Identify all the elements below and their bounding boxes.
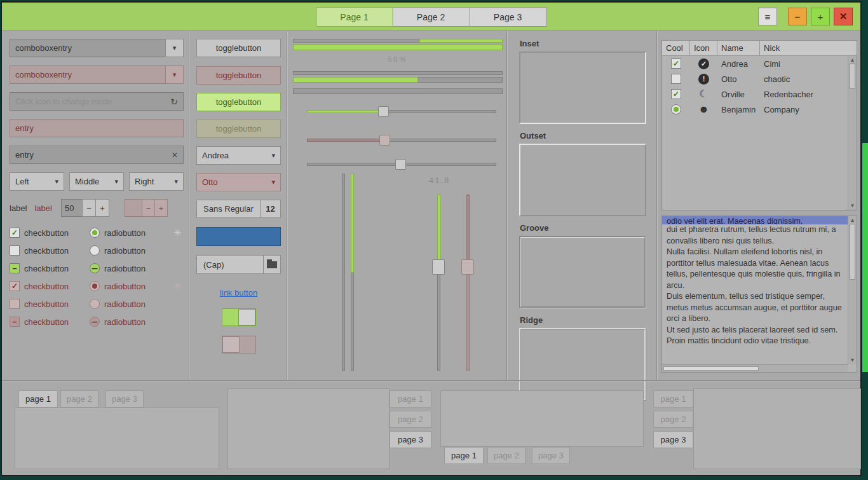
menu-icon[interactable]: ≡ xyxy=(758,8,777,25)
switch-handle[interactable] xyxy=(238,309,255,326)
vscale-trough-handle[interactable] xyxy=(437,195,440,371)
checkbox-checked[interactable]: ✓ xyxy=(671,58,681,69)
combo-label: Middle xyxy=(75,177,114,186)
radio-indeterminate-disabled: – xyxy=(90,317,100,327)
checkbox-indeterminate-disabled: – xyxy=(10,317,20,327)
entry-row: entry ✕ xyxy=(10,146,184,164)
radio-selected[interactable] xyxy=(90,228,100,238)
scroll-up-icon[interactable]: ▲ xyxy=(848,217,857,223)
notebook-content xyxy=(227,388,390,469)
table-row[interactable]: ✓ ✓ Andrea Cimi xyxy=(662,56,857,71)
radio-unselected[interactable] xyxy=(90,245,100,256)
spin-minus-icon[interactable]: − xyxy=(82,199,96,217)
table-row[interactable]: ☻ Benjamin Company xyxy=(662,102,857,117)
comboboxentry-input[interactable]: comboboxentry xyxy=(10,39,166,57)
font-size-button[interactable]: 12 xyxy=(260,200,281,218)
mode-entry-input[interactable]: Click icon to change mode ↻ xyxy=(10,92,184,111)
entry-disabled-row: entry xyxy=(10,119,184,137)
chevron-down-icon: ▾ xyxy=(174,177,178,186)
spinbutton-input[interactable]: 50 xyxy=(61,199,83,217)
text-scrollbar-horizontal[interactable] xyxy=(662,364,848,372)
tab-page-1[interactable]: Page 1 xyxy=(316,7,393,27)
checkbox-checked[interactable]: ✓ xyxy=(671,89,681,99)
textview[interactable]: odio vel elit erat. Maecenas dignissim, … xyxy=(661,216,857,373)
entry-text: entry xyxy=(15,123,34,133)
column-header-name[interactable]: Name xyxy=(717,41,760,56)
tab-page-1[interactable]: page 1 xyxy=(444,447,484,464)
hscale-handle[interactable] xyxy=(378,106,389,117)
check-radio-row: ✓ checkbutton radiobutton ✳ xyxy=(10,224,184,242)
font-button[interactable]: Sans Regular xyxy=(196,200,261,218)
frame-label-outset: Outset xyxy=(520,131,654,141)
scroll-up-icon[interactable]: ▲ xyxy=(848,57,857,63)
tab-page-3[interactable]: Page 3 xyxy=(470,7,546,27)
checkbox-unchecked[interactable] xyxy=(671,74,681,84)
combo-andrea[interactable]: Andrea ▾ xyxy=(196,146,281,165)
scrollbar-thumb[interactable] xyxy=(850,64,855,89)
table-row[interactable]: ! Otto chaotic xyxy=(662,71,857,86)
desktop-background-strip xyxy=(862,143,868,372)
radio-indeterminate[interactable]: – xyxy=(90,263,100,273)
chevron-down-icon[interactable]: ▾ xyxy=(165,39,184,57)
tab-page-3[interactable]: page 3 xyxy=(653,431,693,448)
scrollbar-thumb[interactable] xyxy=(663,366,759,371)
spin-plus-icon[interactable]: + xyxy=(95,199,109,217)
check-icon: ✓ xyxy=(11,282,18,290)
plus-glyph: + xyxy=(159,203,164,213)
notebook-content xyxy=(693,388,861,469)
selected-text-line: odio vel elit erat. Maecenas dignissim, xyxy=(662,216,848,224)
hscale-handle-disabled xyxy=(379,135,390,146)
link-button[interactable]: link button xyxy=(220,288,257,299)
folder-icon[interactable] xyxy=(263,255,281,274)
file-chooser-button[interactable]: (Cap) xyxy=(196,255,264,274)
entry-input[interactable]: entry ✕ xyxy=(10,146,184,164)
checkbox-unchecked[interactable] xyxy=(10,245,20,256)
clear-icon[interactable]: ✕ xyxy=(172,151,178,160)
table-row[interactable]: ✓ ☾ Orville Redenbacher xyxy=(662,86,857,102)
minus-glyph: − xyxy=(146,203,151,213)
chevron-down-icon: ▾ xyxy=(271,178,275,186)
combo-otto-disabled: Otto ▾ xyxy=(196,173,281,191)
progressbar-disabled xyxy=(293,88,503,94)
progressbar-full xyxy=(293,45,503,50)
togglebutton-active[interactable]: togglebutton xyxy=(196,93,281,111)
spin-plus-icon: + xyxy=(154,199,168,217)
checkbox-checked[interactable]: ✓ xyxy=(10,228,20,238)
combo-right[interactable]: Right ▾ xyxy=(129,172,184,191)
page-tab-bar: Page 1 Page 2 Page 3 xyxy=(316,7,546,27)
checkbutton-label: checkbutton xyxy=(24,299,90,309)
tree-scrollbar[interactable]: ▲ ▼ xyxy=(848,56,857,210)
tab-page-1[interactable]: page 1 xyxy=(18,390,58,408)
hscale-handle[interactable] xyxy=(395,159,406,170)
color-button[interactable] xyxy=(196,227,281,246)
togglebutton[interactable]: togglebutton xyxy=(196,39,281,57)
plus-glyph: + xyxy=(100,203,105,213)
scroll-down-icon[interactable]: ▼ xyxy=(848,203,857,209)
vscale-handle[interactable] xyxy=(432,259,445,275)
switch-on[interactable] xyxy=(222,308,256,326)
close-button[interactable]: ✕ xyxy=(834,8,853,25)
refresh-icon[interactable]: ↻ xyxy=(170,97,178,107)
combo-left[interactable]: Left ▾ xyxy=(10,172,64,191)
vscale-trough-filled[interactable] xyxy=(351,174,354,371)
radiobutton-label: radiobutton xyxy=(104,228,170,238)
text-scrollbar-vertical[interactable]: ▲ ▼ xyxy=(848,216,857,364)
cell-nick: chaotic xyxy=(760,74,857,84)
scrollbar-thumb[interactable] xyxy=(850,224,855,280)
combo-middle[interactable]: Middle ▾ xyxy=(69,172,124,191)
spin-value: 50 xyxy=(65,203,74,213)
scroll-down-icon[interactable]: ▼ xyxy=(848,357,857,363)
radio-selected[interactable] xyxy=(671,104,681,114)
maximize-button[interactable]: + xyxy=(811,8,830,25)
combo-label: Right xyxy=(135,177,174,186)
column-header-icon[interactable]: Icon xyxy=(690,41,717,56)
column-header-nick[interactable]: Nick xyxy=(760,41,857,56)
vscale-trough[interactable] xyxy=(342,174,345,371)
minimize-button[interactable]: − xyxy=(788,8,807,25)
column-header-cool[interactable]: Cool xyxy=(662,41,690,56)
tab-page-2[interactable]: Page 2 xyxy=(393,7,470,27)
hscale-trough[interactable] xyxy=(307,110,496,113)
checkbox-indeterminate[interactable]: – xyxy=(10,263,20,273)
tab-page-3[interactable]: page 3 xyxy=(390,431,431,448)
frame-label-groove: Groove xyxy=(520,223,654,233)
